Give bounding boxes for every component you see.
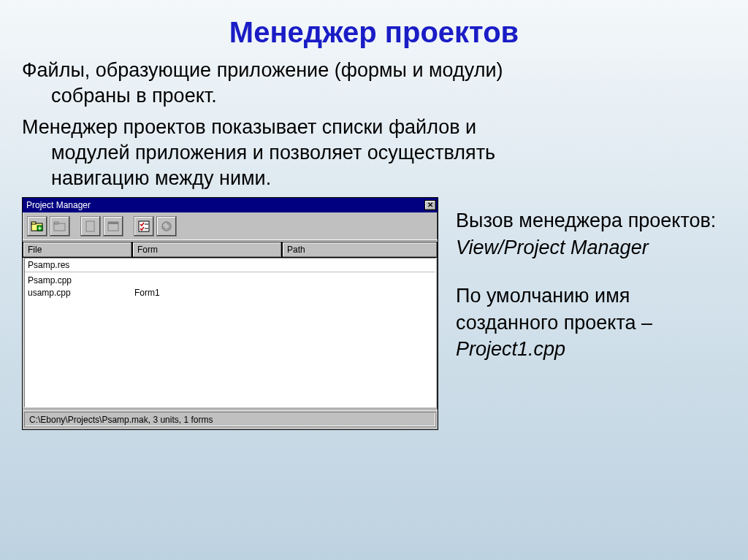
folder-minus-icon [53,220,66,233]
default-name: Project1.cpp [456,338,565,360]
table-row[interactable]: Psamp.cpp [25,274,435,286]
p1-l2: собраны в проект. [22,83,726,109]
column-form[interactable]: Form [132,242,282,258]
toolbar [23,212,438,241]
cell-file: Psamp.cpp [25,275,133,285]
column-file[interactable]: File [23,242,132,258]
page-icon [84,220,97,233]
folder-plus-icon [31,220,44,233]
default-l2: созданного проекта – [456,310,726,336]
column-headers: File Form Path [23,241,438,258]
update-button[interactable] [156,216,177,237]
refresh-icon [160,220,173,233]
file-list[interactable]: Psamp.res Psamp.cpp usamp.cpp Form1 [24,258,436,407]
slide: Менеджер проектов Файлы, образующие прил… [0,0,748,560]
window-title: Project Manager [26,200,91,210]
column-path[interactable]: Path [282,242,438,258]
content-row: Project Manager ✕ [22,197,726,430]
form-icon [107,220,120,233]
paragraph-2: Менеджер проектов показывает списки файл… [22,115,726,191]
svg-rect-1 [31,222,36,224]
cell-form: Form1 [133,288,283,298]
call-label: Вызов менеджера проектов: [456,207,726,234]
status-text: C:\Ebony\Projects\Psamp.mak, 3 units, 1 … [24,412,436,427]
svg-rect-7 [86,221,94,231]
cell-file: usamp.cpp [25,288,133,298]
view-unit-button[interactable] [80,216,101,237]
window-titlebar[interactable]: Project Manager ✕ [23,198,438,212]
row-divider [25,272,435,272]
p1-l1: Файлы, образующие приложение (формы и мо… [22,59,503,81]
statusbar: C:\Ebony\Projects\Psamp.mak, 3 units, 1 … [23,409,438,429]
default-l1: По умолчанию имя [456,283,726,309]
paragraph-1: Файлы, образующие приложение (формы и мо… [22,58,726,109]
close-icon[interactable]: ✕ [424,200,436,210]
options-button[interactable] [134,216,154,237]
project-manager-window: Project Manager ✕ [22,197,438,430]
call-menu: View/Project Manager [456,237,649,258]
add-unit-button[interactable] [27,216,47,237]
table-row[interactable]: Psamp.res [25,258,435,271]
slide-title: Менеджер проектов [22,16,726,49]
checklist-icon [137,220,150,233]
cell-file: Psamp.res [25,260,133,270]
p2-l2: модулей приложения и позволяет осуществл… [22,140,726,166]
svg-rect-4 [38,228,42,229]
p2-l3: навигацию между ними. [22,166,726,191]
svg-rect-9 [108,222,118,224]
p2-l1: Менеджер проектов показывает списки файл… [22,116,476,138]
side-text: Вызов менеджера проектов: View/Project M… [456,197,726,362]
remove-unit-button[interactable] [50,216,70,237]
table-row[interactable]: usamp.cpp Form1 [25,286,435,299]
view-form-button[interactable] [103,216,123,237]
